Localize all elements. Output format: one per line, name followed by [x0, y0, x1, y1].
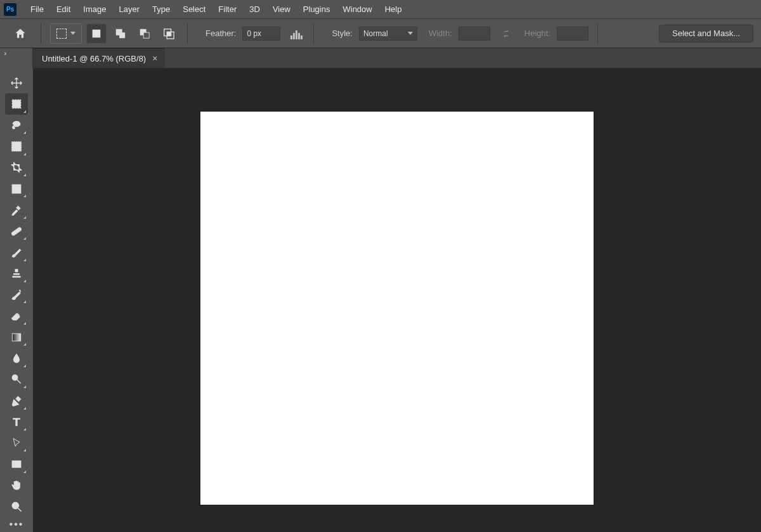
style-select[interactable]: Normal	[359, 27, 417, 41]
square-icon	[91, 28, 102, 39]
gradient-tool[interactable]	[5, 327, 28, 347]
menu-select[interactable]: Select	[176, 0, 212, 19]
menu-plugins[interactable]: Plugins	[297, 0, 337, 19]
swap-dimensions-button	[499, 27, 513, 41]
style-label: Style:	[332, 29, 353, 38]
svg-rect-14	[12, 334, 20, 341]
move-icon	[10, 77, 23, 89]
marquee-icon	[56, 29, 67, 39]
zoom-tool[interactable]	[5, 496, 28, 517]
crop-icon	[10, 161, 23, 174]
home-button[interactable]	[9, 23, 32, 44]
hand-tool[interactable]	[5, 475, 28, 496]
width-label: Width:	[429, 29, 452, 38]
history-brush-icon	[10, 289, 23, 301]
blur-tool[interactable]	[5, 347, 28, 368]
svg-rect-16	[12, 461, 20, 467]
svg-point-15	[12, 375, 17, 380]
subtract-selection-icon	[139, 28, 150, 39]
menu-window[interactable]: Window	[336, 0, 378, 19]
object-select-icon	[10, 140, 23, 153]
hand-icon	[10, 479, 23, 491]
document-tab[interactable]: Untitled-1 @ 66.7% (RGB/8) ×	[33, 48, 165, 68]
svg-rect-2	[119, 32, 125, 38]
svg-rect-8	[12, 100, 20, 108]
separator	[187, 23, 188, 44]
eraser-tool[interactable]	[5, 305, 28, 326]
marquee-tool[interactable]	[5, 93, 28, 114]
zoom-icon	[10, 500, 23, 513]
feather-input[interactable]: 0 px	[242, 27, 280, 41]
crop-tool[interactable]	[5, 157, 28, 178]
subtract-selection-button[interactable]	[135, 24, 154, 43]
close-tab-button[interactable]: ×	[152, 54, 157, 63]
document-canvas[interactable]	[200, 112, 594, 505]
history-brush-tool[interactable]	[5, 284, 28, 305]
marquee-icon	[10, 98, 23, 110]
frame-tool[interactable]	[5, 178, 28, 199]
path-select-tool[interactable]	[5, 432, 28, 453]
height-label: Height:	[524, 29, 550, 38]
eyedropper-icon	[10, 204, 23, 216]
gradient-icon	[10, 331, 23, 344]
pen-icon	[10, 394, 23, 407]
menu-filter[interactable]: Filter	[212, 0, 243, 19]
menu-help[interactable]: Help	[379, 0, 408, 19]
lasso-tool[interactable]	[5, 115, 28, 136]
swap-icon	[501, 29, 511, 39]
tools-panel: •••	[0, 68, 33, 532]
add-selection-icon	[115, 28, 126, 39]
brush-tool[interactable]	[5, 242, 28, 263]
drop-icon	[10, 352, 23, 365]
eyedropper-tool[interactable]	[5, 199, 28, 220]
type-icon	[10, 415, 23, 428]
dodge-tool[interactable]	[5, 369, 28, 390]
move-tool[interactable]	[5, 72, 28, 93]
stamp-icon	[10, 267, 23, 280]
object-select-tool[interactable]	[5, 136, 28, 157]
menu-edit[interactable]: Edit	[50, 0, 77, 19]
home-icon	[14, 27, 27, 40]
select-and-mask-button[interactable]: Select and Mask...	[659, 25, 753, 42]
separator	[41, 23, 41, 44]
svg-rect-0	[93, 29, 101, 37]
menu-view[interactable]: View	[266, 0, 297, 19]
canvas-stage[interactable]	[33, 68, 761, 532]
intersect-selection-button[interactable]	[159, 24, 178, 43]
current-tool-chip[interactable]	[50, 23, 82, 44]
svg-point-12	[15, 231, 16, 232]
height-input	[557, 27, 589, 41]
dodge-icon	[10, 373, 23, 386]
feather-label: Feather:	[205, 29, 236, 38]
rectangle-tool[interactable]	[5, 453, 28, 474]
style-value: Normal	[363, 29, 388, 38]
healing-brush-tool[interactable]	[5, 221, 28, 242]
workspace: •••	[0, 68, 761, 532]
brush-icon	[10, 246, 23, 259]
menu-type[interactable]: Type	[146, 0, 176, 19]
type-tool[interactable]	[5, 412, 28, 432]
bandage-icon	[10, 225, 23, 238]
new-selection-button[interactable]	[87, 24, 106, 43]
menu-layer[interactable]: Layer	[113, 0, 146, 19]
chevron-right-icon: ››	[4, 51, 4, 56]
separator	[597, 23, 598, 44]
collapse-panel-button[interactable]: ››	[0, 48, 33, 68]
document-tabs: ›› Untitled-1 @ 66.7% (RGB/8) ×	[0, 48, 761, 68]
menu-image[interactable]: Image	[77, 0, 112, 19]
antialias-icon[interactable]	[290, 28, 304, 39]
width-input	[459, 27, 490, 41]
clone-stamp-tool[interactable]	[5, 263, 28, 284]
lasso-icon	[10, 119, 23, 132]
options-bar: Feather: 0 px Style: Normal Width: Heigh…	[0, 19, 761, 48]
menu-file[interactable]: File	[24, 0, 50, 19]
menu-3d[interactable]: 3D	[243, 0, 266, 19]
separator	[313, 23, 314, 44]
chevron-down-icon	[70, 32, 75, 35]
pen-tool[interactable]	[5, 390, 28, 411]
svg-point-17	[12, 502, 18, 509]
svg-rect-4	[143, 32, 149, 38]
edit-toolbar-button[interactable]: •••	[10, 517, 24, 532]
document-tab-title: Untitled-1 @ 66.7% (RGB/8)	[42, 54, 146, 63]
add-selection-button[interactable]	[111, 24, 130, 43]
